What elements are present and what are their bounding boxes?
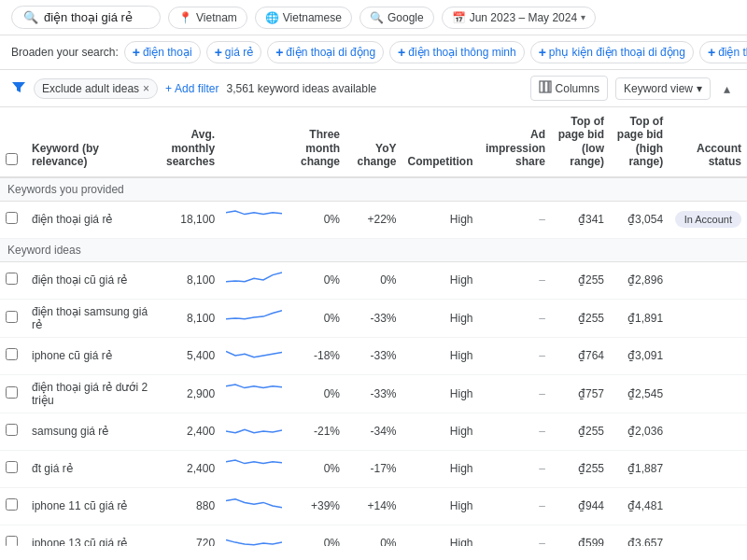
plus-icon-4: +	[539, 45, 546, 60]
header-three-month[interactable]: Three month change	[288, 107, 345, 177]
status-cell	[669, 413, 747, 450]
header-bid-low[interactable]: Top of page bid (low range)	[551, 107, 610, 177]
avg-monthly-cell: 8,100	[159, 299, 220, 337]
ad-share-cell: –	[479, 450, 552, 487]
date-chevron-icon: ▾	[581, 12, 585, 22]
keyword-cell: điện thoại cũ giá rẻ	[26, 261, 159, 299]
chart-cell	[220, 525, 288, 546]
table-row: điện thoại samsung giá rẻ 8,100 0% -33% …	[0, 299, 747, 337]
row-checkbox-cell[interactable]	[0, 261, 26, 299]
header-avg-monthly[interactable]: Avg. monthly searches	[159, 107, 220, 177]
sparkline-svg	[226, 419, 282, 441]
row-checkbox-cell[interactable]	[0, 337, 26, 374]
date-range-selector[interactable]: 📅 Jun 2023 – May 2024 ▾	[442, 7, 596, 29]
keyword-cell: samsung giá rẻ	[26, 413, 159, 450]
bid-low-cell: ₫944	[551, 487, 610, 525]
status-cell	[669, 299, 747, 337]
row-checkbox[interactable]	[6, 311, 18, 323]
row-checkbox-cell[interactable]	[0, 450, 26, 487]
exclude-adult-filter[interactable]: Exclude adult ideas ×	[34, 78, 158, 99]
broaden-pill-4[interactable]: + phụ kiện điện thoại di động	[530, 41, 694, 63]
row-checkbox[interactable]	[6, 461, 18, 473]
ad-share-cell: –	[479, 299, 552, 337]
header-checkbox[interactable]	[0, 107, 26, 177]
table-row: samsung giá rẻ 2,400 -21% -34% High – ₫2…	[0, 413, 747, 450]
broaden-pill-5[interactable]: + điện thoại xách tay	[699, 41, 747, 63]
keyword-view-button[interactable]: Keyword view ▾	[615, 77, 711, 100]
top-bar: 🔍 điện thoại giá rẻ 📍 Vietnam 🌐 Vietname…	[0, 0, 747, 35]
row-checkbox[interactable]	[6, 386, 18, 399]
row-checkbox-cell[interactable]	[0, 299, 26, 337]
row-checkbox[interactable]	[6, 348, 18, 360]
row-checkbox-cell[interactable]	[0, 487, 26, 525]
bid-low-cell: ₫341	[551, 201, 610, 238]
broaden-pill-2[interactable]: + điện thoại di động	[267, 41, 384, 63]
chart-cell	[220, 299, 288, 337]
row-checkbox[interactable]	[6, 536, 18, 546]
in-account-badge: In Account	[675, 211, 741, 228]
engine-icon: 🔍	[370, 11, 384, 24]
three-month-cell: 0%	[288, 261, 345, 299]
row-checkbox[interactable]	[6, 424, 18, 436]
yoy-cell: +22%	[345, 201, 402, 238]
broaden-text-2: điện thoại di động	[286, 46, 375, 59]
sparkline-svg	[226, 494, 282, 516]
row-checkbox[interactable]	[6, 498, 18, 511]
competition-cell: High	[402, 413, 479, 450]
language-selector[interactable]: 🌐 Vietnamese	[255, 7, 352, 29]
row-checkbox-cell[interactable]	[0, 374, 26, 413]
status-cell	[669, 525, 747, 546]
row-checkbox-cell[interactable]	[0, 525, 26, 546]
row-checkbox-cell[interactable]	[0, 201, 26, 238]
broaden-pill-1[interactable]: + giá rẻ	[206, 41, 262, 63]
row-checkbox-cell[interactable]	[0, 413, 26, 450]
sparkline-svg	[226, 207, 282, 230]
select-all-checkbox[interactable]	[6, 153, 18, 165]
plus-icon-3: +	[398, 45, 405, 60]
avg-monthly-cell: 5,400	[159, 337, 220, 374]
ad-share-cell: –	[479, 413, 552, 450]
close-icon[interactable]: ×	[143, 82, 149, 95]
header-chart	[220, 107, 288, 177]
row-checkbox[interactable]	[6, 212, 18, 224]
header-bid-high[interactable]: Top of page bid (high range)	[610, 107, 669, 177]
competition-cell: High	[402, 337, 479, 374]
location-selector[interactable]: 📍 Vietnam	[168, 7, 247, 29]
header-competition[interactable]: Competition	[402, 107, 479, 177]
broaden-pill-3[interactable]: + điện thoại thông minh	[389, 41, 525, 63]
competition-cell: High	[402, 487, 479, 525]
calendar-icon: 📅	[452, 11, 466, 24]
bid-high-cell: ₫1,891	[610, 299, 669, 337]
avg-monthly-cell: 18,100	[159, 201, 220, 238]
engine-selector[interactable]: 🔍 Google	[359, 7, 434, 29]
header-keyword[interactable]: Keyword (by relevance)	[26, 107, 159, 177]
svg-rect-0	[540, 81, 543, 92]
columns-button[interactable]: Columns	[530, 76, 608, 101]
header-ad-share[interactable]: Ad impression share	[479, 107, 552, 177]
competition-cell: High	[402, 450, 479, 487]
status-cell: In Account	[669, 201, 747, 238]
add-filter-button[interactable]: + Add filter	[165, 82, 218, 95]
add-filter-label: Add filter	[175, 82, 218, 95]
broaden-text-3: điện thoại thông minh	[408, 46, 515, 59]
header-account-status[interactable]: Account status	[669, 107, 747, 177]
header-yoy[interactable]: YoY change	[345, 107, 402, 177]
three-month-cell: 0%	[288, 525, 345, 546]
keyword-cell: iphone cũ giá rẻ	[26, 337, 159, 374]
collapse-button[interactable]: ▴	[718, 77, 736, 100]
keyword-cell: điện thoại giá rẻ dưới 2 triệu	[26, 374, 159, 413]
svg-rect-2	[549, 81, 551, 92]
status-cell	[669, 337, 747, 374]
search-box[interactable]: 🔍 điện thoại giá rẻ	[11, 6, 161, 29]
keyword-cell: điện thoại samsung giá rẻ	[26, 299, 159, 337]
broaden-pill-0[interactable]: + điện thoại	[124, 41, 201, 63]
ad-share-cell: –	[479, 487, 552, 525]
three-month-cell: 0%	[288, 299, 345, 337]
chart-cell	[220, 450, 288, 487]
keyword-view-chevron: ▾	[697, 82, 702, 95]
broaden-text-0: điện thoại	[143, 46, 192, 59]
engine-label: Google	[388, 11, 424, 24]
three-month-cell: 0%	[288, 201, 345, 238]
yoy-cell: -33%	[345, 299, 402, 337]
row-checkbox[interactable]	[6, 273, 18, 285]
